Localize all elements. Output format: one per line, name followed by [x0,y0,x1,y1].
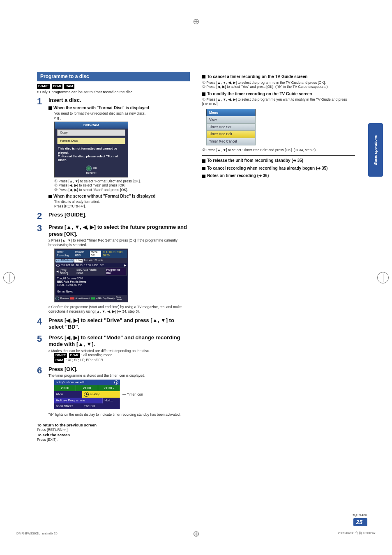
page-number: 25 [353,518,367,526]
step5-note: Modes that can be selected are different… [48,349,190,353]
exit-h: To exit the screen [37,433,190,438]
step3-note: Press [▲, ▼] to select "Timer Rec Set" a… [48,238,190,247]
step-number-1: 1 [37,97,48,106]
nav-icon [55,297,59,300]
prog-info-button[interactable]: Programme Info [106,268,126,275]
dvd-return[interactable]: RETURN [86,172,97,174]
r-h2: To modify the timer recording on the TV … [207,92,312,96]
step6-p: The timer programme is stored and the ti… [48,373,190,378]
left-arrow-icon: ◀ [56,270,58,273]
right-arrow-icon: ▶ [124,264,126,267]
step-number-6: 6 [37,366,48,375]
r-h5: Notes on timer recording (➔ 36) [207,173,269,178]
step1-line1: ① Press [▲, ▼] to select "Format Disc" a… [54,179,190,184]
step1-sub1-h: When the screen with "Format Disc" is di… [53,106,149,110]
single-prog-note: Only 1 programme can be set to timer rec… [37,90,190,94]
step5-title: Press [◀, ▶] to select "Mode" and change… [48,334,190,348]
green-key-icon [91,297,95,299]
divider [202,155,355,156]
step1-eg: e.g., [54,116,190,120]
r-l1: ① Press [▲, ▼, ◀, ▶] to select the progr… [202,81,355,85]
page-code: RQT9428 [352,513,367,517]
menu-header: Menu [206,109,256,117]
guide-remain: Remain HDD [75,251,88,257]
format-disc-dialog: DVD-RAM Copy Format Disc This disc is no… [54,122,128,177]
step3-title: Press [▲, ▼, ◀, ▶] to select the future … [48,224,190,237]
return-prev-h: To return to the previous screen [37,423,190,428]
step-number-3: 3 [37,224,48,233]
step6-title: Press [OK]. [48,366,190,373]
r-l4: ② Press [▲, ▼] to select "Timer Rec Edit… [202,148,355,152]
r-l3: ① Press [▲, ▼, ◀, ▶] to select the progr… [202,97,355,106]
step2-title: Press [GUIDE]. [48,212,190,218]
footer-left: DMR-BW850GL_en.indb 25 [16,532,58,535]
section-title: Programme to a disc [37,72,190,81]
dvd-dialog-title: DVD-RAM [55,122,128,129]
earth-icon [86,166,92,171]
s5-badge-line2: : XP, SP, LP, EP and FR [66,358,103,362]
badge-bdr: BD-R [52,84,62,89]
right-column: To cancel a timer recording on the TV Gu… [202,72,355,442]
s5-badge-line1: : All recording mode [81,353,112,357]
step-number-5: 5 [37,334,48,343]
dvd-msg2: To format the disc, please select "Forma… [58,154,125,162]
guide-tab-1day[interactable]: 1 day [74,259,83,262]
timer-icon-label: — Timer icon [122,392,143,397]
guide-remain-val: 65:24 DR [90,251,101,257]
side-tab: Basic operations [368,123,383,177]
tv-guide-screenshot: Timer Recording Remain HDD 65:24 DR THU … [54,249,128,302]
option-menu: Menu View Timer Rec Set Timer Rec Edit T… [206,109,256,145]
menu-item-timer-rec-edit[interactable]: Timer Rec Edit [206,131,256,138]
r-h4: To cancel recording when recording has a… [207,166,327,170]
badge-ram: RAM [64,84,74,89]
registration-mark-left [3,272,15,283]
step1-sub2-p2: Press [RETURN ↩]. [54,204,190,209]
crop-mark-bottom: ⊕ [193,529,200,539]
r-h3: To release the unit from recording stand… [207,158,303,163]
step1-sub2-h: When the screen without "Format Disc" is… [53,194,155,198]
left-column: Programme to a disc BD-RE BD-R RAM Only … [37,72,190,442]
media-badges: BD-RE BD-R RAM [37,84,190,89]
exit-p: Press [EXIT]. [37,438,190,442]
info-icon: i [114,380,118,385]
step1-title: Insert a disc. [48,97,190,104]
guide-timer-rec: Timer Recording [57,251,74,257]
step-number-2: 2 [37,212,48,221]
channel-icon [56,264,60,267]
r-l2: ② Press [◀, ▶] to select "Yes" and press… [202,85,355,89]
step1-line2: ② Press [◀, ▶] to select "Yes" and press… [54,183,190,188]
registration-mark-right [377,272,389,283]
step4-title: Press [◀, ▶] to select "Drive" and press… [48,317,190,331]
dvd-msg1: This disc is not formatted and cannot be… [58,147,125,154]
return-prev-p: Press [RETURN ↩]. [37,428,190,432]
badge-bdre: BD-RE [37,84,50,89]
menu-item-view[interactable]: View [206,116,256,124]
timer-clock-icon [84,392,89,397]
sched-head-text: oday's show we will... [56,380,87,385]
crop-mark-top: ⊕ [193,16,200,26]
guide-profile: eKofN/betasis [55,259,74,262]
step1-sub1-p: You need to format the unrecorded disc s… [54,111,190,116]
step6-footnote: "⊕" lights on the unit's display to indi… [48,412,190,417]
step1-line3: ③ Press [◀, ▶] to select "Start" and pre… [54,188,190,192]
page-number-box: RQT9428 25 [352,513,367,526]
step-number-4: 4 [37,317,48,326]
side-tab-text: Basic operations [374,135,378,165]
dvd-format-option[interactable]: Format Disc [57,138,125,144]
red-key-icon [70,297,74,299]
step1-sub2-p1: The disc is already formatted. [54,200,190,204]
menu-item-timer-rec-set[interactable]: Timer Rec Set [206,124,256,131]
footer-right: 2009/04/08 午前 10:00:47 [338,531,376,535]
r-h1: To cancel a timer recording on the TV Gu… [207,74,307,79]
schedule-card: oday's show we will... i 20:30 21:00 21:… [54,380,120,409]
dvd-copy-option[interactable]: Copy [57,129,125,136]
menu-item-timer-rec-cancel[interactable]: Timer Rec Cancel [206,138,256,145]
step3-confirm-note: Confirm the programme (start and end tim… [48,305,190,313]
dvd-ok[interactable]: OK [93,167,97,169]
guide-date: THU 01.01.2009 10:50 [103,251,126,257]
